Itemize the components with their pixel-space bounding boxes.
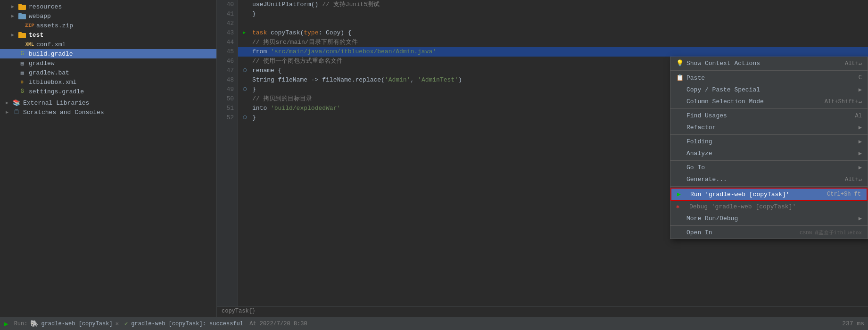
zip-icon: ZIP [25,22,34,29]
menu-item-debug[interactable]: ✱ Debug 'gradle-web [copyTask]' [670,201,868,213]
menu-divider [670,160,868,161]
menu-divider [670,225,868,226]
sidebar-item-label: Scratches and Consoles [23,109,104,116]
menu-item-paste[interactable]: 📋 Paste C [670,72,868,84]
arrow-icon: ▶ [11,13,18,19]
menu-item-label: Find Usages [686,112,846,119]
sidebar-item-conf-xml[interactable]: XML conf.xml [0,40,216,49]
code-line-43: ▶ task copyTask(type: Copy) { [243,28,868,38]
sidebar-item-build-gradle[interactable]: G build.gradle [0,49,216,58]
menu-item-generate[interactable]: Generate... Alt+↵ [670,173,868,185]
menu-item-arrow: ▶ [859,124,862,131]
menu-item-copy-paste-special[interactable]: Copy / Paste Special ▶ [670,84,868,96]
menu-item-folding[interactable]: Folding ▶ [670,136,868,148]
sidebar-item-webapp[interactable]: ▶ webapp [0,11,216,21]
menu-item-find-usages[interactable]: Find Usages Al [670,110,868,122]
menu-item-label: Show Context Actions [686,60,835,67]
menu-item-label: Copy / Paste Special [686,86,849,93]
status-time: At 2022/7/20 8:30 [249,321,307,327]
menu-item-label: Run 'gradle-web [copyTask]' [690,191,818,198]
menu-item-refactor[interactable]: Refactor ▶ [670,122,868,133]
sidebar-item-resources[interactable]: ▶ resources [0,2,216,11]
run-play-button[interactable]: ▶ [4,319,8,329]
file-icon: ▤ [18,69,26,76]
status-success-icon: ✔ [124,321,128,327]
arrow-icon: ▶ [11,4,18,9]
xml-icon: XML [25,41,34,48]
gutter-47: ⬡ [243,66,252,75]
sidebar-item-scratches[interactable]: ▶ 🗒 Scratches and Consoles [0,107,216,117]
menu-divider [670,186,868,187]
menu-item-shortcut: CSDN @蓝盒子itbluebox [800,229,862,236]
sidebar-item-assets-zip[interactable]: ZIP assets.zip [0,21,216,30]
folder-blue-icon [18,12,26,20]
gradle-icon: G [18,50,26,58]
menu-item-show-context[interactable]: 💡 Show Context Actions Alt+↵ [670,57,868,69]
menu-divider [670,70,868,71]
arrow-icon: ▶ [6,109,12,115]
menu-item-label: More Run/Debug [686,215,849,222]
menu-divider [670,134,868,135]
sidebar-item-gradlew[interactable]: ▤ gradlew [0,58,216,68]
menu-item-shortcut: Al [855,113,862,119]
svg-rect-3 [18,13,22,15]
sidebar: ▶ resources ▶ webapp ZIP assets.zip ▶ [0,0,217,317]
sidebar-item-label: itbluebox.xml [29,79,76,86]
paste-icon: 📋 [676,74,686,82]
sidebar-item-label: settings.gradle [29,88,84,95]
gutter-43: ▶ [243,28,252,38]
close-tab-button[interactable]: ✕ [116,320,119,327]
gutter-52: ⬡ [243,113,252,123]
arrow-icon: ▶ [11,32,18,38]
sidebar-item-label: webapp [29,13,51,20]
menu-item-analyze[interactable]: Analyze ▶ [670,148,868,159]
menu-item-open-in[interactable]: Open In CSDN @蓝盒子itbluebox [670,227,868,239]
run-tab: Run: 🐘 gradle-web [copyTask] ✕ [14,320,119,328]
sidebar-item-label: assets.zip [36,22,73,29]
editor-area: 40 41 42 43 44 45 46 47 48 49 50 51 52 u… [217,0,868,317]
gutter-49: ⬡ [243,85,252,94]
sidebar-item-label: External Libraries [23,99,89,107]
menu-item-more-run[interactable]: More Run/Debug ▶ [670,213,868,224]
sidebar-item-itbluebox-xml[interactable]: ⚙ itbluebox.xml [0,77,216,87]
menu-item-arrow: ▶ [859,86,862,93]
run-tab-icon: 🐘 [30,320,38,328]
menu-item-shortcut: C [859,74,862,81]
menu-item-label: Column Selection Mode [686,98,815,105]
menu-item-label: Open In [686,229,790,236]
lib-icon: 📚 [12,99,21,107]
menu-item-arrow: ▶ [859,215,862,222]
menu-item-shortcut: Ctrl+Sh ft [827,191,861,198]
menu-item-label: Debug 'gradle-web [copyTask]' [689,203,852,210]
line-numbers: 40 41 42 43 44 45 46 47 48 49 50 51 52 [217,0,238,306]
status-message: ✔ gradle-web [copyTask]: successful At 2… [124,320,307,327]
status-ms: 237 ms [842,320,864,327]
sidebar-item-label: conf.xml [36,41,66,48]
code-line-42 [243,19,868,28]
menu-item-go-to[interactable]: Go To ▶ [670,162,868,173]
sidebar-item-gradlew-bat[interactable]: ▤ gradlew.bat [0,68,216,77]
sidebar-item-label: gradlew [29,60,55,67]
menu-item-shortcut: Alt+↵ [845,60,862,67]
lightbulb-icon: 💡 [676,59,686,67]
svg-rect-4 [18,33,26,38]
sidebar-item-label: resources [29,3,62,10]
menu-item-label: Generate... [686,176,835,183]
menu-item-label: Paste [686,74,849,82]
menu-divider [670,108,868,109]
sidebar-item-test[interactable]: ▶ test [0,30,216,40]
menu-item-arrow: ▶ [859,150,862,157]
code-line-40: useJUnitPlatform() // 支持Junit5测试 [243,0,868,9]
status-bar: ▶ Run: 🐘 gradle-web [copyTask] ✕ ✔ gradl… [0,317,868,330]
svg-rect-2 [18,14,26,19]
folder-icon [18,3,26,10]
sidebar-item-external-libraries[interactable]: ▶ 📚 External Libraries [0,98,216,107]
menu-item-arrow: ▶ [859,138,862,145]
context-menu: 💡 Show Context Actions Alt+↵ 📋 Paste C C… [670,57,868,239]
xml-orange-icon: ⚙ [18,78,26,86]
menu-item-run[interactable]: ▶ Run 'gradle-web [copyTask]' Ctrl+Sh ft [670,188,868,201]
sidebar-item-settings-gradle[interactable]: G settings.gradle [0,87,216,96]
menu-item-column-selection[interactable]: Column Selection Mode Alt+Shift+↵ [670,96,868,107]
menu-item-label: Folding [686,138,849,145]
code-line-45: from 'src/main/java/com/itbluebox/bean/A… [238,47,868,57]
